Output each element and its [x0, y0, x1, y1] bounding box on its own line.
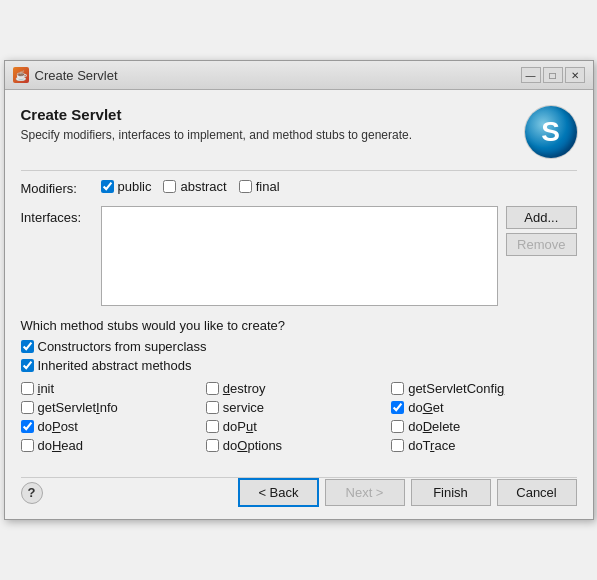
title-bar-left: ☕ Create Servlet [13, 67, 118, 83]
interfaces-label: Interfaces: [21, 206, 93, 225]
method-getServletInfo-label: getServletInfo [38, 400, 118, 415]
method-getServletInfo-checkbox[interactable] [21, 401, 34, 414]
constructors-checkbox[interactable] [21, 340, 34, 353]
modifiers-row: Modifiers: public abstract final [21, 179, 577, 196]
method-doGet-checkbox[interactable] [391, 401, 404, 414]
method-stubs-question: Which method stubs would you like to cre… [21, 318, 577, 333]
dialog-description: Specify modifiers, interfaces to impleme… [21, 127, 413, 144]
cancel-button[interactable]: Cancel [497, 479, 577, 506]
method-doPost[interactable]: doPost [21, 419, 206, 434]
method-doDelete-label: doDelete [408, 419, 460, 434]
method-destroy-checkbox[interactable] [206, 382, 219, 395]
close-button[interactable]: ✕ [565, 67, 585, 83]
method-init-checkbox[interactable] [21, 382, 34, 395]
header-divider [21, 170, 577, 171]
maximize-button[interactable]: □ [543, 67, 563, 83]
method-doGet-label: doGet [408, 400, 443, 415]
method-doOptions[interactable]: doOptions [206, 438, 391, 453]
method-grid: init destroy getServletConfig getServlet… [21, 381, 577, 453]
method-doPut-checkbox[interactable] [206, 420, 219, 433]
method-stubs-checks: Constructors from superclass Inherited a… [21, 339, 577, 373]
interfaces-section: Interfaces: Add... Remove [21, 206, 577, 306]
add-interface-button[interactable]: Add... [506, 206, 576, 229]
minimize-button[interactable]: — [521, 67, 541, 83]
dialog-title: Create Servlet [21, 106, 413, 123]
method-doDelete-checkbox[interactable] [391, 420, 404, 433]
modifiers-controls: public abstract final [101, 179, 280, 194]
constructors-checkbox-item[interactable]: Constructors from superclass [21, 339, 577, 354]
method-doHead[interactable]: doHead [21, 438, 206, 453]
interfaces-list [101, 206, 499, 306]
method-destroy[interactable]: destroy [206, 381, 391, 396]
footer: ? < Back Next > Finish Cancel [5, 478, 593, 519]
method-doTrace-label: doTrace [408, 438, 455, 453]
inherited-checkbox[interactable] [21, 359, 34, 372]
remove-interface-button[interactable]: Remove [506, 233, 576, 256]
constructors-label: Constructors from superclass [38, 339, 207, 354]
method-doTrace[interactable]: doTrace [391, 438, 576, 453]
title-bar: ☕ Create Servlet — □ ✕ [5, 61, 593, 90]
modifier-final-checkbox[interactable] [239, 180, 252, 193]
method-doTrace-checkbox[interactable] [391, 439, 404, 452]
inherited-label: Inherited abstract methods [38, 358, 192, 373]
interfaces-buttons: Add... Remove [506, 206, 576, 256]
next-button[interactable]: Next > [325, 479, 405, 506]
method-init[interactable]: init [21, 381, 206, 396]
method-doDelete[interactable]: doDelete [391, 419, 576, 434]
method-init-label: init [38, 381, 55, 396]
title-controls: — □ ✕ [521, 67, 585, 83]
method-doPost-checkbox[interactable] [21, 420, 34, 433]
modifier-public-label: public [118, 179, 152, 194]
help-button[interactable]: ? [21, 482, 43, 504]
modifier-final-label: final [256, 179, 280, 194]
method-doPut-label: doPut [223, 419, 257, 434]
create-servlet-window: ☕ Create Servlet — □ ✕ Create Servlet Sp… [4, 60, 594, 520]
method-doOptions-label: doOptions [223, 438, 282, 453]
method-service[interactable]: service [206, 400, 391, 415]
method-service-checkbox[interactable] [206, 401, 219, 414]
modifier-abstract-checkbox[interactable] [163, 180, 176, 193]
modifier-public[interactable]: public [101, 179, 152, 194]
modifier-abstract-label: abstract [180, 179, 226, 194]
logo-letter: S [541, 116, 560, 148]
modifiers-label: Modifiers: [21, 179, 101, 196]
back-button[interactable]: < Back [238, 478, 318, 507]
method-doHead-label: doHead [38, 438, 84, 453]
header-text: Create Servlet Specify modifiers, interf… [21, 106, 413, 144]
dialog-content: Create Servlet Specify modifiers, interf… [5, 90, 593, 477]
method-doPost-label: doPost [38, 419, 78, 434]
method-doHead-checkbox[interactable] [21, 439, 34, 452]
window-icon: ☕ [13, 67, 29, 83]
inherited-checkbox-item[interactable]: Inherited abstract methods [21, 358, 577, 373]
modifier-abstract[interactable]: abstract [163, 179, 226, 194]
method-service-label: service [223, 400, 264, 415]
method-destroy-label: destroy [223, 381, 266, 396]
finish-button[interactable]: Finish [411, 479, 491, 506]
method-doGet[interactable]: doGet [391, 400, 576, 415]
method-doPut[interactable]: doPut [206, 419, 391, 434]
method-stubs-section: Which method stubs would you like to cre… [21, 318, 577, 453]
modifier-final[interactable]: final [239, 179, 280, 194]
method-getServletConfig-checkbox[interactable] [391, 382, 404, 395]
modifier-public-checkbox[interactable] [101, 180, 114, 193]
method-getServletInfo[interactable]: getServletInfo [21, 400, 206, 415]
header-section: Create Servlet Specify modifiers, interf… [21, 106, 577, 158]
method-doOptions-checkbox[interactable] [206, 439, 219, 452]
method-getServletConfig-label: getServletConfig [408, 381, 504, 396]
method-getServletConfig[interactable]: getServletConfig [391, 381, 576, 396]
window-title: Create Servlet [35, 68, 118, 83]
servlet-logo: S [525, 106, 577, 158]
